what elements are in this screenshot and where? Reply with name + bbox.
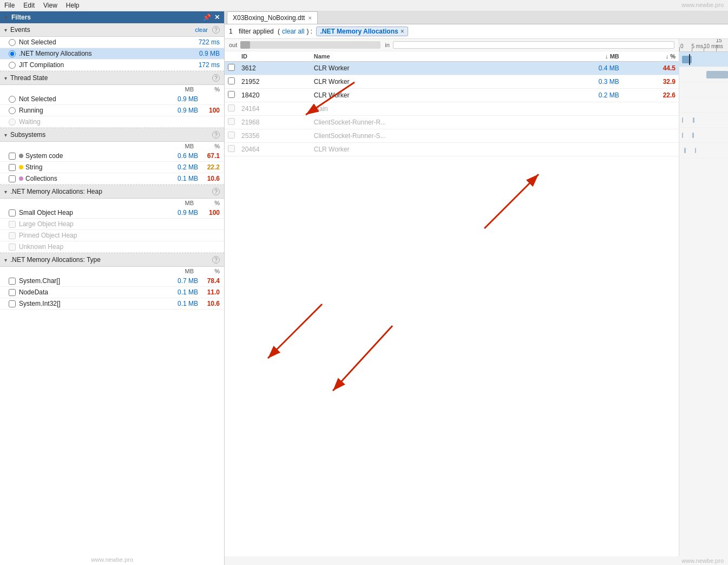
timeline-row [679,82,728,97]
out-bar-track [240,41,381,49]
events-clear[interactable]: clear [195,27,208,33]
subsystems-chevron: ▾ [4,132,7,138]
timeline-area: 0 5 ms 10 ms 15 ms [679,39,728,556]
subsystems-section-header[interactable]: ▾ Subsystems ? [0,128,224,142]
ruler-line-1 [692,47,692,51]
dot-pink [19,176,23,181]
in-label: in [385,42,390,48]
pin-icon[interactable]: 📌 [203,14,211,21]
timeline-ruler: 0 5 ms 10 ms 15 ms [679,39,728,52]
table-row[interactable]: 21952 CLR Worker 0.3 MB 32.9 [225,75,679,89]
filter-tag-name: .NET Memory Allocations [320,28,398,35]
thread-waiting[interactable]: Waiting [0,116,224,128]
table-row[interactable]: 21968 ClientSocket-Runner-R... [225,116,679,129]
thread-list: out in ID Name [225,39,679,556]
expand-chevron[interactable]: ▾ [4,15,7,21]
menu-file[interactable]: File [4,2,15,9]
thread-col-pct: % [198,86,220,93]
filters-title: Filters [11,14,31,21]
heap-unknown[interactable]: Unknown Heap [0,241,224,253]
watermark-filters: www.newbe.pro [0,554,224,565]
heap-chevron: ▾ [4,189,7,195]
type-help[interactable]: ? [212,256,220,264]
heap-section-header[interactable]: ▾ .NET Memory Allocations: Heap ? [0,185,224,199]
filter-tag-dismiss[interactable]: × [401,28,404,35]
out-in-bar: out in [225,39,679,51]
ruler-line-2 [704,47,704,51]
events-chevron: ▾ [4,27,7,33]
thread-state-label: Thread State [10,74,48,82]
event-not-selected[interactable]: Not Selected 722 ms [0,37,224,48]
filter-clear-all[interactable]: clear all [282,28,304,35]
timeline-bar [706,71,729,78]
col-id[interactable]: ID [238,51,311,62]
timeline-bar [684,148,686,153]
timeline-row [679,67,728,82]
thread-running[interactable]: Running 0.9 MB 100 [0,105,224,116]
watermark-bottom: www.newbe.pro [225,556,728,565]
timeline-row [679,113,728,128]
subsystem-system-code[interactable]: System code 0.6 MB 67.1 [0,150,224,162]
col-mb[interactable]: ↓ MB [542,51,622,62]
timeline-bar [695,148,697,153]
main-tab[interactable]: X03Boxing_NoBoxing.dtt × [227,11,318,24]
thread-running-pct: 100 [198,107,220,114]
table-row[interactable]: 20464 CLR Worker [225,143,679,156]
timeline-row [679,128,728,143]
dot-yellow [19,165,23,169]
right-panel: X03Boxing_NoBoxing.dtt × 1 filter applie… [225,11,728,565]
type-nodedata[interactable]: NodeData 0.1 MB 11.0 [0,287,224,298]
tab-close-button[interactable]: × [308,15,311,21]
col-name[interactable]: Name [311,51,543,62]
event-jit[interactable]: JIT Compilation 172 ms [0,60,224,71]
subsystem-collections[interactable]: Collections 0.1 MB 10.6 [0,173,224,185]
out-label: out [229,42,237,48]
subsystems-help[interactable]: ? [212,131,220,139]
thread-state-help[interactable]: ? [212,74,220,82]
dot-gray [19,154,23,158]
heap-small[interactable]: Small Object Heap 0.9 MB 100 [0,207,224,219]
col-check [225,51,238,62]
timeline-row [679,143,728,158]
table-row[interactable]: 18420 CLR Worker 0.2 MB 22.6 [225,89,679,102]
in-bar-track [393,41,674,49]
timeline-row [679,97,728,113]
col-pct[interactable]: ↓ % [622,51,679,62]
thread-state-chevron: ▾ [4,75,7,81]
timeline-bar [682,133,684,138]
timeline-bar [692,133,694,138]
filters-header: ▾ Filters 📌 ✕ [0,11,224,23]
events-help[interactable]: ? [212,26,220,34]
heap-large[interactable]: Large Object Heap [0,219,224,230]
thread-state-section-header[interactable]: ▾ Thread State ? [0,71,224,85]
type-section-header[interactable]: ▾ .NET Memory Allocations: Type ? [0,253,224,267]
subsystem-string[interactable]: String 0.2 MB 22.2 [0,162,224,173]
table-row[interactable]: 24164 Main [225,102,679,116]
timeline-bar [682,117,684,123]
filter-text: filter applied [239,28,274,35]
menu-edit[interactable]: Edit [23,2,35,9]
close-icon[interactable]: ✕ [214,14,220,21]
thread-not-selected[interactable]: Not Selected 0.9 MB [0,94,224,105]
heap-label: .NET Memory Allocations: Heap [10,188,102,195]
event-net-memory[interactable]: .NET Memory Allocations 0.9 MB [0,48,224,60]
watermark-top: www.newbe.pro [681,2,724,8]
menu-bar: File Edit View Help www.newbe.pro [0,0,728,11]
heap-help[interactable]: ? [212,188,220,195]
table-row[interactable]: 25356 ClientSocket-Runner-S... [225,129,679,143]
thread-table: ID Name ↓ MB ↓ % 3612 CLR Worker [225,51,679,556]
menu-view[interactable]: View [43,2,57,9]
tab-label: X03Boxing_NoBoxing.dtt [233,14,305,22]
type-system-char[interactable]: System.Char[] 0.7 MB 78.4 [0,275,224,287]
heap-pinned[interactable]: Pinned Object Heap [0,230,224,241]
type-system-int32[interactable]: System.Int32[] 0.1 MB 10.6 [0,298,224,310]
timeline-rows [679,52,728,556]
events-section-header[interactable]: ▾ Events clear ? [0,23,224,37]
timeline-row [679,52,728,67]
filters-panel: ▾ Filters 📌 ✕ ▾ Events clear ? Not Selec… [0,11,225,565]
filter-count: 1 [229,28,233,35]
table-row[interactable]: 3612 CLR Worker 0.4 MB 44.5 [225,62,679,75]
subsystems-label: Subsystems [10,131,45,139]
menu-help[interactable]: Help [66,2,80,9]
filter-tag: .NET Memory Allocations × [316,27,408,36]
